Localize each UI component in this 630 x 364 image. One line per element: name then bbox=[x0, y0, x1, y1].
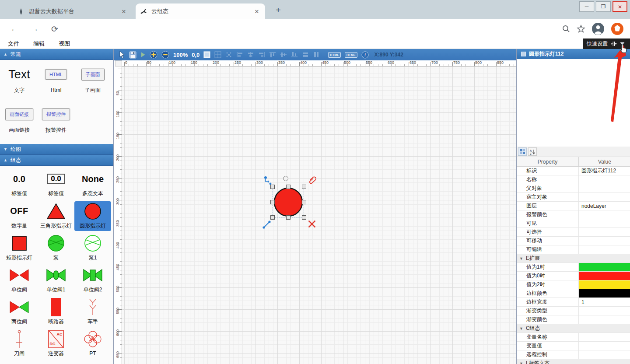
property-row-值为2时[interactable]: 值为2时 bbox=[517, 280, 630, 289]
palette-item-泵1[interactable]: 泵1 bbox=[74, 233, 111, 263]
chevron-down-icon[interactable] bbox=[620, 42, 625, 46]
property-value[interactable] bbox=[579, 315, 630, 324]
property-value[interactable]: 1 bbox=[579, 298, 630, 306]
browser-tab-1[interactable]: 云组态✕ bbox=[136, 4, 265, 19]
palette-section-draw[interactable]: ▼绘图 bbox=[0, 144, 113, 155]
property-row-值为1时[interactable]: 值为1时 bbox=[517, 263, 630, 272]
resize-handle[interactable] bbox=[286, 185, 290, 189]
palette-item-文字[interactable]: Text文字 bbox=[1, 63, 38, 95]
html-export-icon[interactable]: HTML bbox=[328, 50, 341, 59]
window-minimize-button[interactable]: ─ bbox=[579, 1, 594, 12]
palette-item-报警控件[interactable]: 报警控件报警控件 bbox=[38, 103, 74, 135]
canvas-settings-icon[interactable] bbox=[203, 50, 210, 59]
color-swatch[interactable] bbox=[579, 289, 630, 298]
property-row-名称[interactable]: 名称 bbox=[517, 175, 630, 184]
property-row-E扩展[interactable]: ▼E扩展 bbox=[517, 254, 630, 263]
palette-item-逆变器[interactable]: ACDC逆变器 bbox=[38, 329, 74, 359]
property-row-可移动[interactable]: 可移动✓ bbox=[517, 237, 630, 245]
palette-item-画面链接[interactable]: 画面链接画面链接 bbox=[1, 103, 38, 135]
connector-anchor-icon[interactable] bbox=[264, 176, 273, 186]
property-value[interactable] bbox=[579, 210, 630, 219]
property-value[interactable] bbox=[579, 175, 630, 184]
grid-snap-icon[interactable] bbox=[214, 50, 221, 59]
new-tab-button[interactable]: + bbox=[272, 4, 284, 17]
property-row-图层[interactable]: 图层nodeLayer bbox=[517, 202, 630, 210]
palette-section-scada[interactable]: ▲组态 bbox=[0, 155, 113, 166]
property-value[interactable]: nodeLayer bbox=[579, 202, 630, 210]
property-row-父对象[interactable]: 父对象 bbox=[517, 184, 630, 193]
palette-item-圆形指示灯[interactable]: 圆形指示灯 bbox=[74, 201, 111, 231]
palette-item-单位阀[interactable]: 单位阀 bbox=[1, 265, 38, 295]
palette-item-刀闸[interactable]: 刀闸 bbox=[1, 329, 38, 359]
palette-item-数字量[interactable]: OFF数字量 bbox=[1, 201, 38, 231]
palette-item-三角形指示灯[interactable]: 三角形指示灯 bbox=[38, 201, 74, 231]
palette-item-单位阀1[interactable]: 单位阀1 bbox=[38, 265, 74, 295]
align-top-icon[interactable] bbox=[269, 50, 276, 59]
property-value[interactable] bbox=[579, 333, 630, 341]
align-center-icon[interactable] bbox=[247, 50, 254, 59]
palette-item-子画面[interactable]: 子画面子画面 bbox=[74, 63, 111, 95]
palette-item-断路器[interactable]: 断路器 bbox=[38, 297, 74, 327]
tab-close-icon[interactable]: ✕ bbox=[120, 8, 128, 15]
property-row-报警颜色[interactable]: 报警颜色 bbox=[517, 210, 630, 219]
property-value[interactable] bbox=[579, 184, 630, 192]
palette-item-标签值[interactable]: 0.0标签值 bbox=[1, 169, 38, 199]
window-restore-button[interactable]: ❐ bbox=[596, 1, 611, 12]
rotate-handle[interactable] bbox=[283, 176, 288, 181]
origin-label[interactable]: 0,0 bbox=[192, 50, 200, 59]
delete-x-icon[interactable] bbox=[308, 220, 316, 228]
property-row-C组态[interactable]: ▼C组态 bbox=[517, 324, 630, 333]
browser-menu-icon[interactable] bbox=[611, 22, 624, 35]
property-row-渐变类型[interactable]: 渐变类型 bbox=[517, 307, 630, 315]
align-left-icon[interactable] bbox=[236, 50, 243, 59]
palette-item-车手[interactable]: 车手 bbox=[74, 297, 111, 327]
browser-tab-0[interactable]: 思普云大数据平台✕ bbox=[13, 4, 132, 19]
property-row-渐变颜色[interactable]: 渐变颜色 bbox=[517, 315, 630, 324]
property-row-边框宽度[interactable]: 边框宽度1 bbox=[517, 298, 630, 307]
resize-handle[interactable] bbox=[270, 200, 275, 204]
window-close-button[interactable]: ✕ bbox=[612, 1, 627, 12]
palette-item-矩形指示灯[interactable]: 矩形指示灯 bbox=[1, 233, 38, 263]
align-bottom-icon[interactable] bbox=[291, 50, 298, 59]
info-icon[interactable]: i bbox=[361, 50, 369, 59]
resize-handle[interactable] bbox=[270, 215, 275, 220]
resize-handle[interactable] bbox=[302, 185, 306, 189]
palette-item-单位阀2[interactable]: 单位阀2 bbox=[74, 265, 111, 295]
align-right-icon[interactable] bbox=[258, 50, 265, 59]
color-swatch[interactable] bbox=[579, 272, 630, 280]
property-value[interactable] bbox=[579, 193, 630, 201]
attach-paperclip-icon[interactable] bbox=[306, 174, 319, 187]
menu-item-1[interactable]: 编辑 bbox=[33, 40, 51, 48]
menu-item-2[interactable]: 视图 bbox=[59, 40, 76, 48]
property-row-可选择[interactable]: 可选择✓ bbox=[517, 228, 630, 237]
resize-handle[interactable] bbox=[302, 215, 306, 220]
zoom-in-icon[interactable] bbox=[150, 50, 158, 59]
property-row-远程控制[interactable]: 远程控制 bbox=[517, 350, 630, 359]
property-row-L标签文本[interactable]: ▼L标签文本 bbox=[517, 359, 630, 364]
palette-item-标签值[interactable]: 0.0标签值 bbox=[38, 169, 74, 199]
forward-icon[interactable]: → bbox=[29, 24, 40, 34]
reload-icon[interactable]: ⟳ bbox=[49, 24, 60, 34]
zoom-level-label[interactable]: 100% bbox=[173, 50, 188, 59]
palette-item-多态文本[interactable]: None多态文本 bbox=[74, 169, 111, 199]
property-row-可见[interactable]: 可见✓ bbox=[517, 219, 630, 228]
color-swatch[interactable] bbox=[579, 280, 630, 289]
sort-alphabetical-button[interactable]: AZ bbox=[528, 147, 537, 156]
resize-handle[interactable] bbox=[302, 200, 306, 204]
pointer-tool-icon[interactable] bbox=[119, 50, 125, 59]
zoom-out-icon[interactable] bbox=[161, 50, 169, 59]
property-row-变量值[interactable]: 变量值 bbox=[517, 342, 630, 350]
property-value[interactable] bbox=[579, 307, 630, 315]
property-value[interactable] bbox=[579, 342, 630, 350]
property-value[interactable] bbox=[579, 350, 630, 359]
quick-settings-button[interactable]: 快速设置 bbox=[583, 38, 630, 49]
point-snap-icon[interactable] bbox=[225, 50, 232, 59]
same-height-icon[interactable] bbox=[313, 50, 320, 59]
palette-item-Html[interactable]: HTMLHtml bbox=[38, 63, 74, 95]
categorized-view-button[interactable] bbox=[518, 147, 527, 156]
back-icon[interactable]: ← bbox=[9, 24, 20, 34]
html-preview-icon[interactable]: HTML bbox=[345, 50, 357, 59]
bookmark-star-icon[interactable] bbox=[577, 24, 585, 33]
tab-close-icon[interactable]: ✕ bbox=[253, 8, 261, 15]
save-icon[interactable] bbox=[129, 50, 136, 59]
